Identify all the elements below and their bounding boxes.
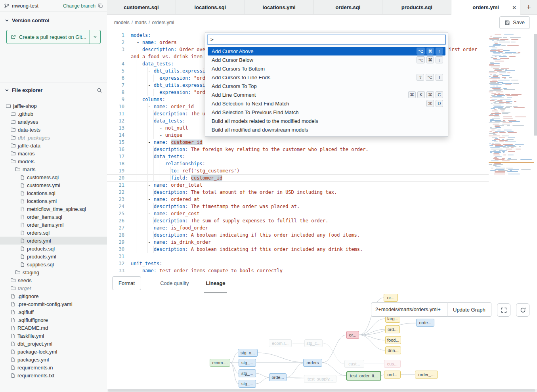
- tree-item-models[interactable]: models: [0, 157, 107, 165]
- palette-item-add-cursors-to-line-ends[interactable]: Add Cursors to Line Ends⇧⌥I: [208, 73, 445, 82]
- horizontal-scrollbar-thumb[interactable]: [108, 389, 535, 392]
- tree-item-macros[interactable]: macros: [0, 149, 107, 157]
- tree-item--sqlfluff[interactable]: .sqlfluff: [0, 308, 107, 316]
- palette-item-add-cursor-below[interactable]: Add Cursor Below⌥⌘↓: [208, 55, 445, 64]
- lineage-node[interactable]: stg_...: [239, 380, 256, 388]
- create-pr-button[interactable]: Create a pull request on Git...: [7, 30, 90, 44]
- lineage-node[interactable]: or...: [346, 331, 359, 339]
- tree-item-dbt-project-yml[interactable]: dbt_project.yml: [0, 340, 107, 348]
- tree-item-locations-sql[interactable]: locations.sql: [0, 189, 107, 197]
- update-graph-button[interactable]: Update Graph: [447, 302, 491, 317]
- lineage-node[interactable]: stg_c...: [304, 339, 323, 347]
- tree-item-staging[interactable]: staging: [0, 268, 107, 276]
- vertical-scrollbar[interactable]: [534, 34, 537, 136]
- tree-item-analyses[interactable]: analyses: [0, 118, 107, 126]
- lineage-node[interactable]: food...: [385, 336, 401, 344]
- breadcrumb-segment[interactable]: orders.yml: [152, 20, 174, 25]
- code-editor[interactable]: 1models:2 - name: orders3 description: O…: [107, 30, 537, 273]
- tree-item-target[interactable]: target: [0, 284, 107, 292]
- palette-item-add-cursors-to-top[interactable]: Add Cursors To Top: [208, 82, 445, 90]
- new-tab-button[interactable]: +: [520, 0, 537, 14]
- version-control-header[interactable]: Version control: [0, 12, 107, 26]
- palette-item-build-all-modified-and-downstream-models[interactable]: Build all modified and downstream models: [208, 125, 445, 134]
- indent-guides: [131, 46, 142, 53]
- lineage-node[interactable]: test_order_it...: [346, 371, 381, 381]
- lineage-node[interactable]: ord...: [384, 371, 401, 379]
- tree-item-order-items-sql[interactable]: order_items.sql: [0, 213, 107, 221]
- save-button[interactable]: Save: [499, 16, 530, 29]
- tree-item--github[interactable]: .github: [0, 110, 107, 118]
- tab-code-quality[interactable]: Code quality: [159, 273, 190, 293]
- tab-customers-sql[interactable]: customers.sql: [107, 0, 176, 14]
- horizontal-scrollbar[interactable]: [107, 389, 537, 392]
- keyboard-shortcut: ⌥⌘↑: [417, 48, 443, 55]
- lineage-node[interactable]: orde...: [416, 319, 434, 327]
- tab-products-sql[interactable]: products.sql: [382, 0, 451, 14]
- tree-item-orders-sql[interactable]: orders.sql: [0, 229, 107, 237]
- tab-locations-sql[interactable]: locations.sql: [176, 0, 245, 14]
- format-button[interactable]: Format: [112, 276, 141, 290]
- lineage-node[interactable]: ord...: [385, 325, 400, 333]
- tree-item--sqlfluffignore[interactable]: .sqlfluffignore: [0, 316, 107, 324]
- tree-item--pre-commit-config-yaml[interactable]: .pre-commit-config.yaml: [0, 300, 107, 308]
- tree-item-dbt-packages[interactable]: dbt_packages: [0, 134, 107, 142]
- lineage-node[interactable]: order_...: [415, 371, 438, 379]
- tree-item-marts[interactable]: marts: [0, 165, 107, 173]
- tree-item-customers-yml[interactable]: customers.yml: [0, 181, 107, 189]
- lineage-node[interactable]: orde...: [269, 373, 287, 381]
- tree-item-metricflow-time-spine-sql[interactable]: metricflow_time_spine.sql: [0, 205, 107, 213]
- lineage-selector-input[interactable]: 2+models/marts/orders.yml+: [371, 302, 447, 317]
- tree-item--gitignore[interactable]: .gitignore: [0, 292, 107, 300]
- tree-item-products-yml[interactable]: products.yml: [0, 252, 107, 260]
- tree-item-supplies-sql[interactable]: supplies.sql: [0, 260, 107, 268]
- breadcrumb-segment[interactable]: marts: [135, 20, 147, 25]
- lineage-node[interactable]: drin...: [385, 346, 401, 354]
- tab-lineage[interactable]: Lineage: [204, 273, 227, 293]
- fullscreen-button[interactable]: [497, 303, 510, 317]
- refresh-button[interactable]: [516, 303, 529, 317]
- lineage-node[interactable]: cus...: [384, 360, 401, 368]
- palette-item-build-all-models-related-to-the-modified-models[interactable]: Build all models related to the modified…: [208, 117, 445, 125]
- search-icon[interactable]: [97, 88, 102, 93]
- tab-orders-yml[interactable]: orders.yml×: [451, 0, 520, 14]
- lineage-node[interactable]: cust...: [344, 360, 364, 368]
- lineage-node[interactable]: stg_...: [239, 359, 256, 367]
- palette-item-add-cursors-to-bottom[interactable]: Add Cursors To Bottom: [208, 64, 445, 73]
- lineage-node[interactable]: test_supply...: [304, 375, 336, 383]
- palette-item-add-selection-to-previous-find-match[interactable]: Add Selection To Previous Find Match: [208, 108, 445, 117]
- tree-item-customers-sql[interactable]: customers.sql: [0, 173, 107, 181]
- change-branch-link[interactable]: Change branch: [63, 3, 96, 9]
- lineage-node[interactable]: stg_...: [239, 369, 256, 377]
- tree-item-orders-yml[interactable]: orders.yml: [0, 237, 107, 245]
- tree-item-jaffle-shop[interactable]: jaffle-shop: [0, 102, 107, 110]
- lineage-node[interactable]: stg_o...: [238, 349, 258, 357]
- tree-item-products-sql[interactable]: products.sql: [0, 245, 107, 252]
- lineage-node[interactable]: ecom.r...: [269, 339, 292, 347]
- palette-item-add-selection-to-next-find-match[interactable]: Add Selection To Next Find Match⌘D: [208, 99, 445, 108]
- tree-item-taskfile-yml[interactable]: Taskfile.yml: [0, 332, 107, 340]
- tree-item-jaffle-data[interactable]: jaffle-data: [0, 142, 107, 149]
- copy-branch-icon[interactable]: [98, 3, 103, 8]
- breadcrumb-segment[interactable]: models: [114, 20, 130, 25]
- tree-item-order-items-yml[interactable]: order_items.yml: [0, 221, 107, 229]
- command-palette-input[interactable]: >: [208, 35, 445, 44]
- file-explorer-header[interactable]: File explorer: [0, 82, 107, 96]
- close-tab-icon[interactable]: ×: [512, 4, 516, 11]
- tree-item-readme-md[interactable]: README.md: [0, 324, 107, 332]
- lineage-node[interactable]: orders: [303, 359, 322, 367]
- tree-item-requirements-in[interactable]: requirements.in: [0, 363, 107, 371]
- lineage-node[interactable]: ecom....: [210, 359, 230, 367]
- tab-orders-sql[interactable]: orders.sql: [314, 0, 383, 14]
- tree-item-data-tests[interactable]: data-tests: [0, 126, 107, 134]
- tree-item-package-lock-yml[interactable]: package-lock.yml: [0, 348, 107, 356]
- palette-item-add-line-comment[interactable]: Add Line Comment⌘K⌘C: [208, 90, 445, 99]
- tree-item-packages-yml[interactable]: packages.yml: [0, 356, 107, 363]
- lineage-node[interactable]: or...: [384, 294, 398, 302]
- tree-item-requirements-txt[interactable]: requirements.txt: [0, 371, 107, 379]
- palette-item-add-cursor-above[interactable]: Add Cursor Above⌥⌘↑: [208, 47, 445, 55]
- tree-item-seeds[interactable]: seeds: [0, 276, 107, 284]
- tab-locations-yml[interactable]: locations.yml: [245, 0, 314, 14]
- create-pr-dropdown[interactable]: [90, 30, 100, 44]
- tree-item-locations-yml[interactable]: locations.yml: [0, 197, 107, 205]
- minimap[interactable]: [489, 34, 534, 174]
